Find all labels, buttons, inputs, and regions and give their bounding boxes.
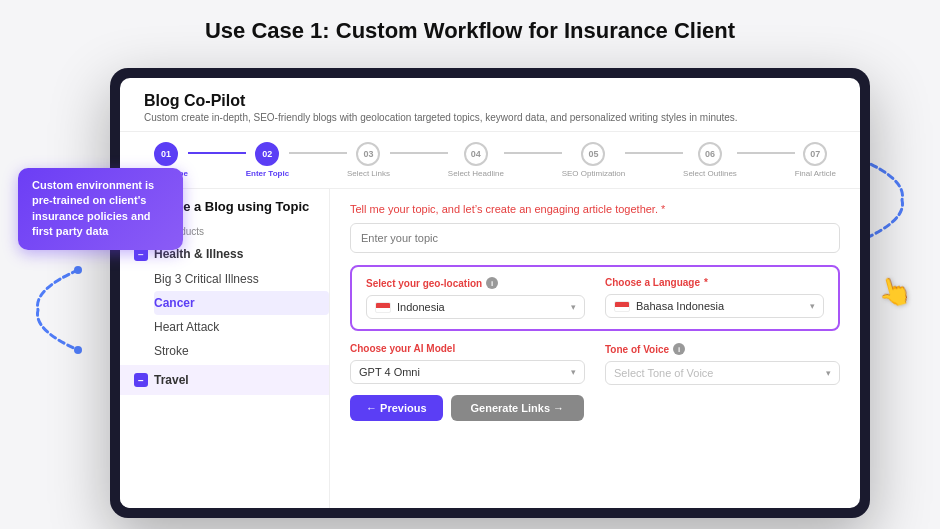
step-5-circle: 05 (581, 142, 605, 166)
hand-cursor-icon: 👆 (873, 271, 915, 312)
lang-chevron-icon: ▾ (810, 301, 815, 311)
step-6[interactable]: 06 Select Outlines (683, 142, 737, 178)
tablet-screen: Blog Co-Pilot Custom create in-depth, SE… (120, 78, 860, 508)
connector-1-2 (188, 152, 246, 154)
step-2[interactable]: 02 Enter Topic (246, 142, 289, 178)
sidebar-item-heartattack[interactable]: Heart Attack (154, 315, 329, 339)
connector-5-6 (625, 152, 683, 154)
lang-label: Choose a Language * (605, 277, 824, 288)
topic-input[interactable] (350, 223, 840, 253)
previous-button[interactable]: ← Previous (350, 395, 443, 421)
step-5-label: SEO Optimization (562, 169, 626, 178)
tone-info-icon: i (673, 343, 685, 355)
geo-lang-box: Select your geo-location i Indonesia ▾ C… (350, 265, 840, 331)
bahasa-flag (614, 301, 630, 312)
stepper: 01 Select Type 02 Enter Topic 03 Select … (120, 132, 860, 189)
model-select[interactable]: GPT 4 Omni ▾ (350, 360, 585, 384)
sidebar-item-big3[interactable]: Big 3 Critical Illness (154, 267, 329, 291)
travel-category-label: Travel (154, 373, 189, 387)
connector-3-4 (390, 152, 448, 154)
geo-info-icon: i (486, 277, 498, 289)
tone-label: Tone of Voice i (605, 343, 840, 355)
connector-6-7 (737, 152, 795, 154)
geo-group: Select your geo-location i Indonesia ▾ (366, 277, 585, 319)
model-label: Choose your AI Model (350, 343, 585, 354)
model-chevron-icon: ▾ (571, 367, 576, 377)
blog-title: Blog Co-Pilot (144, 92, 836, 110)
content-area: Generate a Blog using Topic Select Produ… (120, 189, 860, 508)
blog-header: Blog Co-Pilot Custom create in-depth, SE… (120, 78, 860, 132)
required-mark: * (661, 203, 665, 215)
step-3-label: Select Links (347, 169, 390, 178)
tablet-frame: Blog Co-Pilot Custom create in-depth, SE… (110, 68, 870, 518)
generate-button[interactable]: Generate Links → (451, 395, 585, 421)
connector-4-5 (504, 152, 562, 154)
geo-select[interactable]: Indonesia ▾ (366, 295, 585, 319)
tone-placeholder: Select Tone of Voice (614, 367, 820, 379)
geo-chevron-icon: ▾ (571, 302, 576, 312)
model-value: GPT 4 Omni (359, 366, 565, 378)
step-4-label: Select Headline (448, 169, 504, 178)
blog-subtitle: Custom create in-depth, SEO-friendly blo… (144, 112, 836, 123)
sidebar-item-cancer[interactable]: Cancer (154, 291, 329, 315)
geo-label: Select your geo-location i (366, 277, 585, 289)
form-buttons: ← Previous Generate Links → (350, 395, 840, 421)
lang-required: * (704, 277, 708, 288)
travel-expand-icon: − (134, 373, 148, 387)
topic-label: Tell me your topic, and let’s create an … (350, 203, 840, 215)
page-title: Use Case 1: Custom Workflow for Insuranc… (0, 0, 940, 56)
model-group: Choose your AI Model GPT 4 Omni ▾ (350, 343, 585, 385)
tone-chevron-icon: ▾ (826, 368, 831, 378)
step-4-circle: 04 (464, 142, 488, 166)
sidebar-category-travel[interactable]: − Travel (120, 365, 329, 395)
step-7-circle: 07 (803, 142, 827, 166)
tone-select[interactable]: Select Tone of Voice ▾ (605, 361, 840, 385)
step-7-label: Final Article (795, 169, 836, 178)
step-3-circle: 03 (356, 142, 380, 166)
tone-group: Tone of Voice i Select Tone of Voice ▾ (605, 343, 840, 385)
connector-2-3 (289, 152, 347, 154)
step-2-circle: 02 (255, 142, 279, 166)
step-2-label: Enter Topic (246, 169, 289, 178)
lang-select[interactable]: Bahasa Indonesia ▾ (605, 294, 824, 318)
step-3[interactable]: 03 Select Links (347, 142, 390, 178)
indonesia-flag (375, 302, 391, 313)
sidebar-health-items: Big 3 Critical Illness Cancer Heart Atta… (120, 267, 329, 363)
model-tone-row: Choose your AI Model GPT 4 Omni ▾ Tone o… (350, 343, 840, 385)
step-7[interactable]: 07 Final Article (795, 142, 836, 178)
lang-value: Bahasa Indonesia (636, 300, 804, 312)
step-5[interactable]: 05 SEO Optimization (562, 142, 626, 178)
step-6-label: Select Outlines (683, 169, 737, 178)
step-6-circle: 06 (698, 142, 722, 166)
sidebar-item-stroke[interactable]: Stroke (154, 339, 329, 363)
step-4[interactable]: 04 Select Headline (448, 142, 504, 178)
svg-point-1 (74, 346, 82, 354)
lang-group: Choose a Language * Bahasa Indonesia ▾ (605, 277, 824, 319)
geo-value: Indonesia (397, 301, 565, 313)
svg-point-0 (74, 266, 82, 274)
step-1-circle: 01 (154, 142, 178, 166)
tooltip-box: Custom environment is pre-trained on cli… (18, 168, 183, 250)
right-content: Tell me your topic, and let’s create an … (330, 189, 860, 508)
arc-left-decoration (28, 260, 88, 360)
tooltip-text: Custom environment is pre-trained on cli… (32, 179, 154, 237)
